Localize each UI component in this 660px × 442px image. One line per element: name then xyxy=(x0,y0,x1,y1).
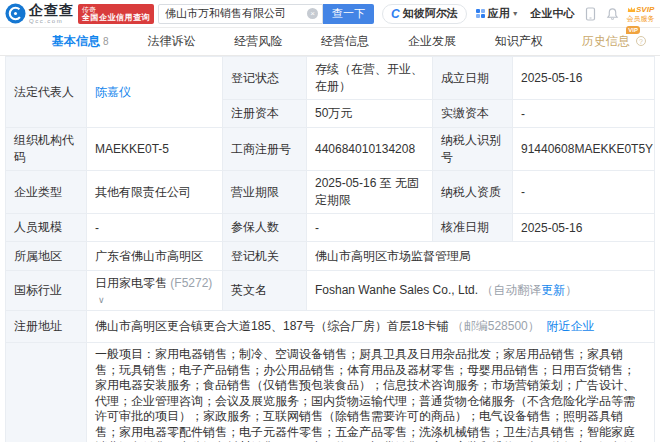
field-value-reg-capital: 50万元 xyxy=(307,100,433,128)
field-label-staff-size: 人员规模 xyxy=(6,214,87,242)
svip-member-badge[interactable]: SVIP 会员服务 xyxy=(627,6,655,22)
apps-menu[interactable]: 应用 ▼ xyxy=(476,6,519,21)
qcc-company-page: 企查查 Qcc.com 传奇 全国企业信用查询 × 查一下 C 知彼阿尔法 应用… xyxy=(0,0,660,442)
company-info-table: 法定代表人 陈嘉仪 登记状态 存续（在营、开业、在册） 成立日期 2025-05… xyxy=(5,56,655,442)
field-label-taxpayer-id: 纳税人识别号 xyxy=(433,128,513,171)
field-value-english-name: Foshan Wanhe Sales Co., Ltd. （自动翻译更新） xyxy=(307,271,655,311)
history-help-icon: ? xyxy=(636,36,646,46)
field-label-reg-status: 登记状态 xyxy=(223,57,307,100)
table-row: 国标行业 日用家电零售 (F5272) ∨ 英文名 Foshan Wanhe S… xyxy=(6,271,655,311)
tab-basic-info[interactable]: 基本信息8 xyxy=(52,33,109,50)
field-value-taxpayer-qual: - xyxy=(513,171,655,214)
business-scope-paragraph-1: 一般项目：家用电器销售；制冷、空调设备销售；厨具卫具及日用杂品批发；家居用品销售… xyxy=(95,347,646,442)
field-label-legal-rep: 法定代表人 xyxy=(6,57,87,128)
field-value-biz-term: 2025-05-16 至 无固定期限 xyxy=(307,171,433,214)
basic-info-section: 法定代表人 陈嘉仪 登记状态 存续（在营、开业、在册） 成立日期 2025-05… xyxy=(0,56,660,442)
nearby-companies-link[interactable]: 附近企业 xyxy=(546,319,594,333)
search-input[interactable] xyxy=(165,8,307,20)
chevron-down-icon: ▼ xyxy=(512,10,519,17)
section-tabs: 基本信息8 法律诉讼 经营风险 经营信息 企业发展 知识产权 历史信息 VIP … xyxy=(0,28,660,56)
postcode: （邮编528500） xyxy=(452,319,540,333)
qcc-logo-icon xyxy=(5,3,26,24)
industry-expand-chevron-icon[interactable]: ∨ xyxy=(98,295,105,305)
field-value-reg-status: 存续（在营、开业、在册） xyxy=(307,57,433,100)
zhibi-alpha-button[interactable]: C 知彼阿尔法 xyxy=(382,4,467,24)
field-label-est-date: 成立日期 xyxy=(433,57,513,100)
field-value-reg-authority: 佛山市高明区市场监督管理局 xyxy=(307,242,655,271)
table-row: 经营范围 一般项目：家用电器销售；制冷、空调设备销售；厨具卫具及日用杂品批发；家… xyxy=(6,343,655,442)
enterprise-center-link[interactable]: 企业中心 xyxy=(531,6,575,21)
field-label-business-scope: 经营范围 xyxy=(6,343,87,442)
field-value-taxpayer-id: 91440608MAEKKE0T5Y xyxy=(513,128,655,171)
top-header: 企查查 Qcc.com 传奇 全国企业信用查询 × 查一下 C 知彼阿尔法 应用… xyxy=(0,0,660,28)
mobile-phone-icon[interactable] xyxy=(584,7,597,21)
field-label-approval-date: 核准日期 xyxy=(433,214,513,242)
table-row: 注册地址 佛山市高明区更合镇更合大道185、187号（综合厂房）首层18卡铺 （… xyxy=(6,311,655,343)
qcc-slogan-badge: 传奇 全国企业信用查询 xyxy=(78,4,154,24)
field-value-est-date: 2025-05-16 xyxy=(513,57,655,100)
field-label-reg-address: 注册地址 xyxy=(6,311,87,343)
field-value-staff-size: - xyxy=(87,214,223,242)
field-label-industry: 国标行业 xyxy=(6,271,87,311)
vip-badge: VIP xyxy=(626,26,640,34)
search-button[interactable]: 查一下 xyxy=(323,4,374,24)
basic-info-count: 8 xyxy=(103,36,109,47)
tab-business-info[interactable]: 经营信息 xyxy=(321,33,369,50)
tab-business-risk[interactable]: 经营风险 xyxy=(234,33,282,50)
field-value-legal-rep: 陈嘉仪 xyxy=(87,57,223,128)
company-search-box: × xyxy=(158,4,323,24)
clear-search-icon[interactable]: × xyxy=(307,8,318,19)
qcc-brand-text: 企查查 Qcc.com xyxy=(29,3,74,24)
field-value-approval-date: 2025-05-16 xyxy=(513,214,655,242)
table-row: 人员规模 - 参保人数 - 核准日期 2025-05-16 xyxy=(6,214,655,242)
field-value-org-code: MAEKKE0T-5 xyxy=(87,128,223,171)
industry-code: (F5272) xyxy=(170,276,212,290)
qcc-logo[interactable]: 企查查 Qcc.com 传奇 全国企业信用查询 xyxy=(5,3,154,24)
field-label-english-name: 英文名 xyxy=(223,271,307,311)
notification-bell-icon[interactable] xyxy=(606,7,619,21)
field-label-taxpayer-qual: 纳税人资质 xyxy=(433,171,513,214)
apps-grid-icon xyxy=(476,9,485,18)
tab-intellectual-property[interactable]: 知识产权 xyxy=(495,33,543,50)
table-row: 组织机构代码 MAEKKE0T-5 工商注册号 440684010134208 … xyxy=(6,128,655,171)
field-value-paid-capital: - xyxy=(513,100,655,128)
field-value-biz-reg-no: 440684010134208 xyxy=(307,128,433,171)
field-value-company-type: 其他有限责任公司 xyxy=(87,171,223,214)
field-label-region: 所属地区 xyxy=(6,242,87,271)
table-row: 企业类型 其他有限责任公司 营业期限 2025-05-16 至 无固定期限 纳税… xyxy=(6,171,655,214)
field-label-reg-authority: 登记机关 xyxy=(223,242,307,271)
table-row: 所属地区 广东省佛山市高明区 登记机关 佛山市高明区市场监督管理局 xyxy=(6,242,655,271)
crown-icon xyxy=(627,6,636,13)
tab-company-development[interactable]: 企业发展 xyxy=(408,33,456,50)
field-label-reg-capital: 注册资本 xyxy=(223,100,307,128)
field-value-industry: 日用家电零售 (F5272) ∨ xyxy=(87,271,223,311)
field-label-org-code: 组织机构代码 xyxy=(6,128,87,171)
field-label-paid-capital: 实缴资本 xyxy=(433,100,513,128)
field-value-reg-address: 佛山市高明区更合镇更合大道185、187号（综合厂房）首层18卡铺 （邮编528… xyxy=(87,311,655,343)
translate-update-link[interactable]: 更新 xyxy=(541,283,565,297)
field-label-insured-count: 参保人数 xyxy=(223,214,307,242)
tab-history-info[interactable]: 历史信息 VIP ? xyxy=(582,33,646,50)
legal-rep-link[interactable]: 陈嘉仪 xyxy=(95,85,131,99)
field-label-biz-reg-no: 工商注册号 xyxy=(223,128,307,171)
zhibi-alpha-icon: C xyxy=(391,7,400,21)
field-value-insured-count: - xyxy=(307,214,433,242)
table-row: 法定代表人 陈嘉仪 登记状态 存续（在营、开业、在册） 成立日期 2025-05… xyxy=(6,57,655,100)
field-value-region: 广东省佛山市高明区 xyxy=(87,242,223,271)
field-label-company-type: 企业类型 xyxy=(6,171,87,214)
tab-legal-proceedings[interactable]: 法律诉讼 xyxy=(147,33,195,50)
field-label-biz-term: 营业期限 xyxy=(223,171,307,214)
field-value-business-scope: 一般项目：家用电器销售；制冷、空调设备销售；厨具卫具及日用杂品批发；家居用品销售… xyxy=(87,343,655,442)
